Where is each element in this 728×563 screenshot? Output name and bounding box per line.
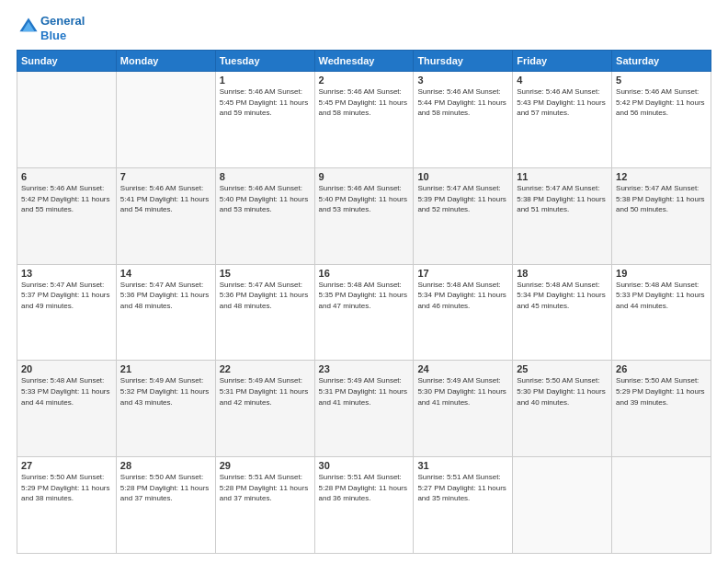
day-info: Sunrise: 5:50 AM Sunset: 5:30 PM Dayligh…	[517, 375, 608, 408]
logo-text: General Blue	[40, 14, 85, 42]
day-info: Sunrise: 5:51 AM Sunset: 5:27 PM Dayligh…	[417, 472, 508, 504]
weekday-header-cell: Monday	[116, 51, 215, 72]
calendar-cell: 9Sunrise: 5:46 AM Sunset: 5:40 PM Daylig…	[314, 167, 414, 264]
day-info: Sunrise: 5:48 AM Sunset: 5:33 PM Dayligh…	[616, 280, 707, 312]
calendar-body: 1Sunrise: 5:46 AM Sunset: 5:45 PM Daylig…	[17, 72, 711, 554]
calendar-cell	[513, 457, 612, 554]
day-number: 24	[417, 363, 508, 374]
calendar-cell	[116, 72, 215, 168]
day-info: Sunrise: 5:46 AM Sunset: 5:45 PM Dayligh…	[220, 86, 311, 119]
day-number: 19	[616, 268, 707, 279]
calendar-cell: 2Sunrise: 5:46 AM Sunset: 5:45 PM Daylig…	[314, 72, 414, 168]
day-info: Sunrise: 5:50 AM Sunset: 5:28 PM Dayligh…	[120, 472, 211, 504]
weekday-header-cell: Thursday	[414, 51, 513, 72]
weekday-header-cell: Saturday	[612, 51, 711, 72]
header: General Blue	[17, 14, 711, 42]
day-info: Sunrise: 5:47 AM Sunset: 5:39 PM Dayligh…	[417, 183, 508, 215]
day-info: Sunrise: 5:49 AM Sunset: 5:31 PM Dayligh…	[319, 375, 410, 408]
day-info: Sunrise: 5:46 AM Sunset: 5:44 PM Dayligh…	[417, 86, 508, 119]
calendar-week-row: 13Sunrise: 5:47 AM Sunset: 5:37 PM Dayli…	[17, 264, 711, 361]
day-number: 4	[517, 75, 608, 86]
logo: General Blue	[17, 14, 85, 42]
day-number: 1	[220, 75, 311, 86]
day-number: 31	[417, 460, 508, 471]
calendar-cell: 31Sunrise: 5:51 AM Sunset: 5:27 PM Dayli…	[414, 457, 513, 554]
calendar-cell: 6Sunrise: 5:46 AM Sunset: 5:42 PM Daylig…	[17, 167, 117, 264]
calendar-week-row: 27Sunrise: 5:50 AM Sunset: 5:29 PM Dayli…	[17, 457, 711, 554]
calendar-cell: 17Sunrise: 5:48 AM Sunset: 5:34 PM Dayli…	[414, 264, 513, 361]
weekday-header-cell: Wednesday	[314, 51, 414, 72]
day-info: Sunrise: 5:51 AM Sunset: 5:28 PM Dayligh…	[220, 472, 311, 504]
weekday-header-cell: Friday	[513, 51, 612, 72]
day-info: Sunrise: 5:46 AM Sunset: 5:40 PM Dayligh…	[220, 183, 311, 215]
day-number: 12	[616, 171, 707, 182]
calendar-cell: 25Sunrise: 5:50 AM Sunset: 5:30 PM Dayli…	[513, 361, 612, 457]
day-number: 2	[319, 75, 410, 86]
day-info: Sunrise: 5:49 AM Sunset: 5:31 PM Dayligh…	[220, 375, 311, 408]
calendar-cell: 22Sunrise: 5:49 AM Sunset: 5:31 PM Dayli…	[215, 361, 314, 457]
calendar-cell: 8Sunrise: 5:46 AM Sunset: 5:40 PM Daylig…	[215, 167, 314, 264]
calendar-cell: 3Sunrise: 5:46 AM Sunset: 5:44 PM Daylig…	[414, 72, 513, 168]
calendar-cell: 27Sunrise: 5:50 AM Sunset: 5:29 PM Dayli…	[17, 457, 117, 554]
calendar-cell: 1Sunrise: 5:46 AM Sunset: 5:45 PM Daylig…	[215, 72, 314, 168]
day-number: 10	[417, 171, 508, 182]
day-info: Sunrise: 5:50 AM Sunset: 5:29 PM Dayligh…	[21, 472, 112, 504]
calendar-cell: 19Sunrise: 5:48 AM Sunset: 5:33 PM Dayli…	[612, 264, 711, 361]
calendar-cell: 30Sunrise: 5:51 AM Sunset: 5:28 PM Dayli…	[314, 457, 414, 554]
day-number: 28	[120, 460, 211, 471]
day-number: 27	[21, 460, 112, 471]
calendar-table: SundayMondayTuesdayWednesdayThursdayFrid…	[17, 50, 711, 554]
calendar-cell: 14Sunrise: 5:47 AM Sunset: 5:36 PM Dayli…	[116, 264, 215, 361]
day-number: 6	[21, 171, 112, 182]
day-number: 14	[120, 268, 211, 279]
calendar-cell: 13Sunrise: 5:47 AM Sunset: 5:37 PM Dayli…	[17, 264, 117, 361]
calendar-cell: 29Sunrise: 5:51 AM Sunset: 5:28 PM Dayli…	[215, 457, 314, 554]
day-number: 30	[319, 460, 410, 471]
day-info: Sunrise: 5:46 AM Sunset: 5:42 PM Dayligh…	[616, 86, 707, 119]
page: General Blue SundayMondayTuesdayWednesda…	[0, 0, 728, 563]
day-number: 16	[319, 268, 410, 279]
calendar-cell: 23Sunrise: 5:49 AM Sunset: 5:31 PM Dayli…	[314, 361, 414, 457]
calendar-cell: 4Sunrise: 5:46 AM Sunset: 5:43 PM Daylig…	[513, 72, 612, 168]
day-info: Sunrise: 5:50 AM Sunset: 5:29 PM Dayligh…	[616, 375, 707, 408]
day-number: 25	[517, 363, 608, 374]
day-number: 17	[417, 268, 508, 279]
day-number: 7	[120, 171, 211, 182]
calendar-cell: 18Sunrise: 5:48 AM Sunset: 5:34 PM Dayli…	[513, 264, 612, 361]
calendar-cell: 7Sunrise: 5:46 AM Sunset: 5:41 PM Daylig…	[116, 167, 215, 264]
calendar-cell: 28Sunrise: 5:50 AM Sunset: 5:28 PM Dayli…	[116, 457, 215, 554]
weekday-header-cell: Tuesday	[215, 51, 314, 72]
day-number: 11	[517, 171, 608, 182]
calendar-cell	[17, 72, 117, 168]
day-info: Sunrise: 5:46 AM Sunset: 5:41 PM Dayligh…	[120, 183, 211, 215]
logo-icon	[18, 17, 39, 37]
day-number: 5	[616, 75, 707, 86]
day-number: 9	[319, 171, 410, 182]
day-number: 29	[220, 460, 311, 471]
day-number: 18	[517, 268, 608, 279]
calendar-cell: 5Sunrise: 5:46 AM Sunset: 5:42 PM Daylig…	[612, 72, 711, 168]
day-number: 13	[21, 268, 112, 279]
calendar-cell: 20Sunrise: 5:48 AM Sunset: 5:33 PM Dayli…	[17, 361, 117, 457]
calendar-cell: 10Sunrise: 5:47 AM Sunset: 5:39 PM Dayli…	[414, 167, 513, 264]
day-number: 23	[319, 363, 410, 374]
day-info: Sunrise: 5:47 AM Sunset: 5:36 PM Dayligh…	[220, 280, 311, 312]
day-info: Sunrise: 5:46 AM Sunset: 5:45 PM Dayligh…	[319, 86, 410, 119]
calendar-cell: 21Sunrise: 5:49 AM Sunset: 5:32 PM Dayli…	[116, 361, 215, 457]
calendar-cell: 24Sunrise: 5:49 AM Sunset: 5:30 PM Dayli…	[414, 361, 513, 457]
day-number: 3	[417, 75, 508, 86]
calendar-week-row: 1Sunrise: 5:46 AM Sunset: 5:45 PM Daylig…	[17, 72, 711, 168]
day-info: Sunrise: 5:48 AM Sunset: 5:34 PM Dayligh…	[417, 280, 508, 312]
calendar-cell: 11Sunrise: 5:47 AM Sunset: 5:38 PM Dayli…	[513, 167, 612, 264]
day-info: Sunrise: 5:47 AM Sunset: 5:37 PM Dayligh…	[21, 280, 112, 312]
day-info: Sunrise: 5:49 AM Sunset: 5:32 PM Dayligh…	[120, 375, 211, 408]
day-info: Sunrise: 5:47 AM Sunset: 5:38 PM Dayligh…	[517, 183, 608, 215]
weekday-header-row: SundayMondayTuesdayWednesdayThursdayFrid…	[17, 51, 711, 72]
day-info: Sunrise: 5:46 AM Sunset: 5:43 PM Dayligh…	[517, 86, 608, 119]
calendar-cell: 12Sunrise: 5:47 AM Sunset: 5:38 PM Dayli…	[612, 167, 711, 264]
calendar-week-row: 6Sunrise: 5:46 AM Sunset: 5:42 PM Daylig…	[17, 167, 711, 264]
day-info: Sunrise: 5:48 AM Sunset: 5:34 PM Dayligh…	[517, 280, 608, 312]
day-info: Sunrise: 5:48 AM Sunset: 5:35 PM Dayligh…	[319, 280, 410, 312]
day-info: Sunrise: 5:47 AM Sunset: 5:38 PM Dayligh…	[616, 183, 707, 215]
day-number: 8	[220, 171, 311, 182]
